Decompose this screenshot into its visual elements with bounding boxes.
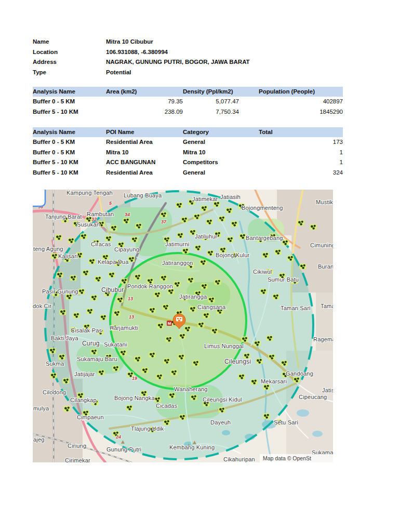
poi-cluster-marker[interactable] (154, 292, 161, 298)
poi-cluster-marker[interactable] (91, 349, 98, 355)
poi-cluster-marker[interactable] (114, 311, 121, 316)
poi-cluster-marker[interactable] (215, 280, 221, 285)
poi-cluster-marker[interactable] (256, 358, 263, 364)
poi-cluster-marker[interactable] (50, 373, 57, 379)
poi-cluster-marker[interactable] (87, 309, 94, 314)
poi-cluster-marker[interactable] (128, 257, 135, 262)
poi-cluster-marker[interactable] (131, 237, 138, 243)
poi-cluster-marker[interactable] (262, 252, 269, 258)
poi-cluster-marker[interactable] (269, 354, 275, 360)
poi-cluster-marker[interactable] (231, 221, 238, 227)
poi-cluster-marker[interactable] (188, 277, 194, 283)
poi-cluster-marker[interactable] (161, 212, 167, 218)
poi-cluster-marker[interactable] (123, 218, 130, 224)
poi-cluster-marker[interactable] (195, 245, 202, 251)
poi-cluster-marker[interactable] (169, 393, 176, 398)
poi-cluster-marker[interactable] (135, 356, 141, 362)
poi-cluster-marker[interactable] (142, 368, 149, 374)
poi-cluster-marker[interactable] (89, 259, 96, 264)
poi-cluster-marker[interactable] (163, 304, 169, 310)
poi-cluster-marker[interactable] (149, 352, 156, 358)
map-control-button[interactable] (33, 190, 45, 206)
poi-cluster-marker[interactable] (176, 203, 183, 208)
poi-cluster-marker[interactable] (191, 395, 197, 401)
poi-cluster-marker[interactable] (219, 407, 225, 413)
poi-cluster-marker[interactable] (156, 374, 163, 380)
poi-cluster-marker[interactable] (126, 405, 133, 411)
poi-cluster-marker[interactable] (171, 370, 178, 376)
poi-cluster-marker[interactable] (242, 337, 248, 342)
poi-cluster-marker[interactable] (164, 420, 170, 425)
poi-cluster-marker[interactable] (254, 341, 261, 347)
poi-cluster-marker[interactable] (194, 214, 201, 220)
poi-cluster-marker[interactable] (267, 336, 273, 341)
poi-cluster-marker[interactable] (78, 289, 85, 295)
poi-cluster-marker[interactable] (63, 378, 70, 384)
poi-cluster-marker[interactable] (59, 354, 65, 360)
poi-cluster-marker[interactable] (168, 289, 175, 295)
poi-cluster-marker[interactable] (178, 354, 185, 360)
poi-cluster-marker[interactable] (298, 220, 304, 226)
poi-cluster-marker[interactable] (109, 272, 115, 278)
poi-cluster-marker[interactable] (157, 323, 164, 329)
poi-cluster-marker[interactable] (275, 249, 282, 255)
poi-cluster-marker[interactable] (182, 248, 189, 254)
poi-cluster-marker[interactable] (149, 308, 156, 313)
poi-cluster-marker[interactable] (193, 361, 200, 366)
poi-cluster-marker[interactable] (263, 414, 270, 419)
poi-cluster-marker[interactable] (198, 322, 205, 328)
poi-cluster-marker[interactable] (117, 297, 124, 303)
poi-cluster-marker[interactable] (310, 224, 317, 230)
poi-cluster-marker[interactable] (64, 406, 71, 412)
poi-cluster-marker[interactable] (287, 256, 294, 261)
buffer-analysis-map[interactable]: ▲▲▲M Kampung TengahLubang BuayaJatimekar… (33, 190, 333, 462)
poi-cluster-marker[interactable] (294, 377, 300, 383)
poi-cluster-marker[interactable] (227, 237, 234, 243)
poi-cluster-marker[interactable] (100, 315, 107, 321)
poi-cluster-marker[interactable] (263, 384, 270, 390)
poi-cluster-marker[interactable] (251, 379, 258, 385)
poi-cluster-marker[interactable] (98, 370, 105, 376)
poi-cluster-marker[interactable] (179, 415, 186, 420)
poi-cluster-marker[interactable] (181, 217, 188, 223)
poi-cluster-marker[interactable] (260, 289, 267, 295)
poi-cluster-marker[interactable] (177, 233, 184, 238)
poi-cluster-marker[interactable] (208, 297, 215, 303)
poi-cluster-marker[interactable] (184, 326, 191, 332)
poi-cluster-marker[interactable] (105, 236, 112, 242)
poi-cluster-marker[interactable] (66, 294, 73, 300)
poi-cluster-marker[interactable] (273, 294, 280, 300)
poi-cluster-marker[interactable] (95, 276, 102, 282)
poi-cluster-marker[interactable] (281, 361, 288, 366)
poi-cluster-marker[interactable] (121, 278, 128, 284)
poi-cluster-marker[interactable] (113, 366, 119, 371)
poi-cluster-marker[interactable] (111, 225, 117, 231)
poi-cluster-marker[interactable] (154, 397, 161, 403)
poi-cluster-marker[interactable] (166, 337, 172, 342)
poi-cluster-marker[interactable] (120, 350, 127, 356)
poi-cluster-marker[interactable] (161, 275, 167, 281)
poi-cluster-marker[interactable] (68, 238, 75, 244)
poi-cluster-marker[interactable] (135, 274, 141, 280)
poi-cluster-marker[interactable] (56, 235, 62, 241)
poi-cluster-marker[interactable] (200, 260, 207, 265)
poi-cluster-marker[interactable] (206, 219, 213, 225)
poi-cluster-marker[interactable] (207, 250, 214, 256)
poi-cluster-marker[interactable] (81, 234, 87, 240)
poi-cluster-marker[interactable] (238, 374, 245, 380)
poi-cluster-marker[interactable] (214, 202, 220, 207)
poi-cluster-marker[interactable] (219, 216, 225, 222)
poi-cluster-marker[interactable] (179, 334, 186, 339)
poi-cluster-marker[interactable] (57, 272, 63, 278)
poi-cluster-marker[interactable] (73, 313, 80, 318)
poi-cluster-marker[interactable] (201, 206, 208, 211)
poi-cluster-marker[interactable] (190, 307, 196, 312)
poi-cluster-marker[interactable] (203, 313, 210, 318)
poi-cluster-marker[interactable] (70, 275, 77, 281)
poi-cluster-marker[interactable] (211, 328, 218, 334)
poi-cluster-marker[interactable] (136, 223, 142, 229)
poi-cluster-marker[interactable] (226, 208, 233, 214)
mitra10-logo-marker[interactable]: M (167, 321, 172, 326)
poi-cluster-marker[interactable] (91, 295, 98, 301)
poi-cluster-marker[interactable] (164, 358, 170, 364)
